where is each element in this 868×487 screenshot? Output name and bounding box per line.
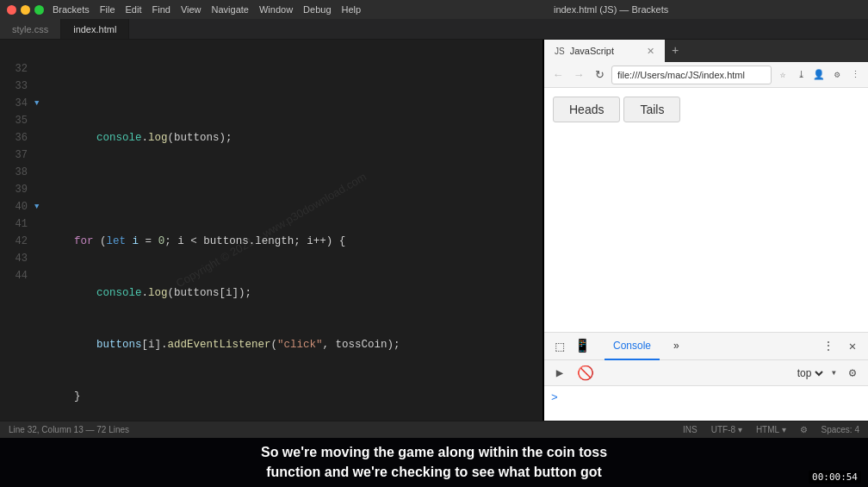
ins-indicator: INS — [683, 425, 698, 434]
back-button[interactable]: ← — [549, 66, 567, 84]
browser-tab[interactable]: JS JavaScript ✕ — [544, 40, 665, 62]
devtools-toolbar: ⬚ 📱 Console » ⋮ ✕ — [544, 333, 868, 360]
gutter-line — [0, 371, 28, 388]
editor-tab-bar: style.css index.html — [0, 19, 868, 40]
status-bar-right: INS UTF-8 ▾ HTML ▾ ⚙ Spaces: 4 — [683, 425, 859, 434]
account-icon[interactable]: 👤 — [811, 67, 827, 83]
menu-window[interactable]: Window — [259, 4, 293, 15]
run-icon[interactable]: ▶ — [549, 363, 570, 384]
gutter-line: 37 — [0, 147, 28, 164]
heads-button[interactable]: Heads — [553, 97, 620, 122]
download-icon[interactable]: ⤓ — [793, 67, 809, 83]
title-bar: Brackets File Edit Find View Navigate Wi… — [0, 0, 868, 19]
console-tab[interactable]: Console — [604, 333, 660, 360]
cursor-position: Line 32, Column 13 — 72 Lines — [9, 425, 129, 434]
menu-find[interactable]: Find — [152, 4, 170, 15]
tab-close-icon[interactable]: ✕ — [647, 46, 654, 57]
browser-panel: JS JavaScript ✕ + ← → ↻ file:///Users/ma… — [542, 40, 868, 421]
new-tab-button[interactable]: + — [665, 40, 685, 62]
encoding-selector[interactable]: UTF-8 ▾ — [711, 425, 742, 434]
gutter-line — [0, 302, 28, 319]
syntax-selector[interactable]: HTML ▾ — [756, 425, 786, 434]
code-area: 32 33 34 35 36 37 38 39 40 41 42 43 44 — [0, 40, 542, 421]
gutter-line: 40 — [0, 198, 28, 215]
code-editor[interactable]: 32 33 34 35 36 37 38 39 40 41 42 43 44 — [0, 40, 542, 421]
console-toolbar: ▶ 🚫 top ▾ ⚙ — [544, 360, 868, 386]
menu-debug[interactable]: Debug — [303, 4, 331, 15]
more-icon[interactable]: ⋮ — [847, 67, 863, 83]
inspect-icon[interactable]: ⬚ — [549, 336, 570, 357]
more-options-icon[interactable]: ⋮ — [818, 336, 839, 357]
menu-help[interactable]: Help — [342, 4, 362, 15]
gutter-line: 36 — [0, 129, 28, 147]
gutter-line: 44 — [0, 267, 28, 284]
gutter-line: 43 — [0, 250, 28, 267]
extensions-icon[interactable]: ⚙ — [829, 67, 845, 83]
minimize-button[interactable] — [21, 5, 30, 15]
forward-button[interactable]: → — [570, 66, 587, 84]
subtitles-bar: So we're moving the game along within th… — [0, 438, 868, 487]
tab-style-css[interactable]: style.css — [0, 19, 61, 39]
browser-nav-bar: ← → ↻ file:///Users/mac/JS/index.html ☆ … — [544, 62, 868, 88]
console-prompt: > — [551, 391, 558, 404]
fold-area: ▼ ▼ — [34, 43, 48, 421]
gutter-line: 41 — [0, 215, 28, 233]
devtools-close-icon[interactable]: ✕ — [842, 336, 863, 357]
gutter-line — [0, 319, 28, 336]
gutter-line: 33 — [0, 78, 28, 95]
gutter-line — [0, 284, 28, 302]
devtools-actions: ⋮ ✕ — [818, 336, 863, 357]
devtools-panel: ⬚ 📱 Console » ⋮ ✕ ▶ 🚫 top ▾ ⚙ — [544, 332, 868, 421]
menu-view[interactable]: View — [181, 4, 202, 15]
tails-button[interactable]: Tails — [623, 97, 680, 122]
menu-file[interactable]: File — [100, 4, 115, 15]
gutter-line: 32 — [0, 60, 28, 78]
settings-icon[interactable]: ⚙ — [842, 363, 863, 384]
coin-buttons-container: Heads Tails — [553, 97, 859, 122]
timestamp: 00:00:54 — [809, 471, 861, 484]
window-title: index.html (JS) — Brackets — [554, 4, 668, 15]
device-icon[interactable]: 📱 — [572, 336, 592, 357]
more-tabs-icon[interactable]: » — [665, 333, 688, 360]
gutter-line — [0, 405, 28, 421]
gutter-line — [0, 353, 28, 371]
maximize-button[interactable] — [34, 5, 44, 15]
gutter-line: 38 — [0, 164, 28, 181]
main-content: 32 33 34 35 36 37 38 39 40 41 42 43 44 — [0, 40, 868, 421]
block-icon[interactable]: 🚫 — [575, 363, 596, 384]
bookmark-icon[interactable]: ☆ — [775, 67, 790, 83]
browser-nav-icons: ☆ ⤓ 👤 ⚙ ⋮ — [775, 67, 863, 83]
gutter-line: 42 — [0, 233, 28, 250]
menu-navigate[interactable]: Navigate — [212, 4, 249, 15]
line-numbers: 32 33 34 35 36 37 38 39 40 41 42 43 44 — [0, 43, 34, 421]
subtitle-line-2: function and we're checking to see what … — [0, 463, 868, 482]
console-output[interactable]: > — [544, 386, 868, 421]
menu-bar[interactable]: Brackets File Edit Find View Navigate Wi… — [53, 4, 361, 15]
browser-tab-bar: JS JavaScript ✕ + — [544, 40, 868, 62]
subtitle-line-1: So we're moving the game along within th… — [0, 443, 868, 462]
reload-button[interactable]: ↻ — [591, 66, 608, 84]
gutter-line — [0, 388, 28, 405]
gutter-line — [0, 336, 28, 353]
settings-icon[interactable]: ⚙ — [800, 425, 808, 434]
spaces-indicator: Spaces: 4 — [822, 425, 859, 434]
url-bar[interactable]: file:///Users/mac/JS/index.html — [611, 66, 772, 84]
gutter-line: 39 — [0, 181, 28, 198]
gutter-line: 35 — [0, 112, 28, 129]
window-controls[interactable] — [7, 5, 44, 15]
gutter-line: 34 — [0, 95, 28, 112]
context-selector[interactable]: top — [794, 366, 826, 380]
menu-brackets[interactable]: Brackets — [53, 4, 90, 15]
browser-tab-label: JavaScript — [570, 46, 642, 56]
close-button[interactable] — [7, 5, 16, 15]
browser-content: Heads Tails — [544, 88, 868, 332]
code-lines: console.log(buttons); for (let i = 0; i … — [48, 43, 542, 421]
tab-index-html[interactable]: index.html — [61, 19, 129, 39]
gutter-line — [0, 43, 28, 60]
status-bar: Line 32, Column 13 — 72 Lines INS UTF-8 … — [0, 421, 868, 438]
menu-edit[interactable]: Edit — [126, 4, 142, 15]
url-text: file:///Users/mac/JS/index.html — [617, 70, 745, 80]
